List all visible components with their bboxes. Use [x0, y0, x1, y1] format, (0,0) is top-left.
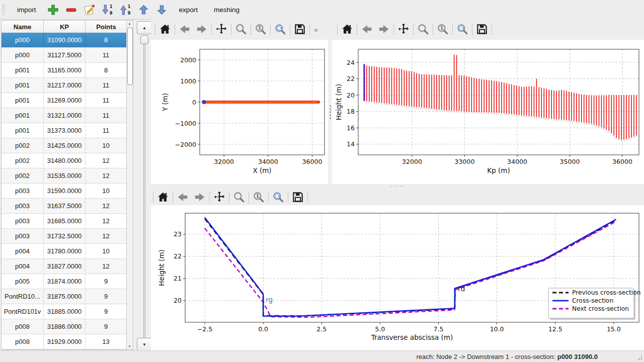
cell-kp[interactable]: 31874.0000 [44, 274, 86, 289]
table-row[interactable]: p00131321.000011 [2, 108, 127, 123]
cell-kp[interactable]: 31885.0000 [44, 304, 86, 319]
cell-points[interactable]: 10 [86, 184, 127, 198]
cell-kp[interactable]: 31732.5000 [44, 229, 86, 243]
cell-name[interactable]: p005 [2, 274, 44, 289]
cell-points[interactable]: 13 [86, 334, 127, 349]
table-row[interactable]: p00831886.00009 [2, 319, 127, 334]
table-row[interactable]: p00331590.000010 [2, 184, 127, 199]
add-button[interactable] [46, 2, 61, 17]
back-button[interactable] [176, 21, 193, 37]
plan-view-figure[interactable]: 320003400036000−2000−1000010002000X (m)Y… [151, 40, 328, 184]
save-button[interactable] [473, 21, 491, 37]
home-button[interactable] [339, 21, 356, 37]
move-down-button[interactable] [154, 2, 170, 17]
sort-descending-button[interactable]: 19 [100, 2, 115, 17]
import-button[interactable]: import [12, 4, 41, 16]
cell-points[interactable]: 11 [86, 78, 127, 93]
save-button[interactable] [289, 189, 306, 205]
column-header-name[interactable]: Name [2, 21, 44, 33]
home-button[interactable] [154, 189, 172, 205]
table-row[interactable]: p00031090.00008 [2, 33, 127, 48]
scrollbar-thumb[interactable] [127, 28, 133, 85]
cell-name[interactable]: p000 [2, 48, 44, 62]
slider-up-button[interactable]: ▲ [137, 21, 152, 34]
cross-section-canvas[interactable]: −2.50.02.55.07.510.012.515.020212223Tran… [151, 205, 644, 350]
zoom-button[interactable] [230, 189, 248, 205]
forward-button[interactable] [193, 21, 210, 37]
cell-points[interactable]: 9 [86, 304, 127, 319]
toolbar-overflow-button[interactable]: » [311, 25, 321, 34]
cell-kp[interactable]: 31321.0000 [44, 108, 86, 123]
cell-name[interactable]: PontRD10... [2, 289, 44, 304]
table-row[interactable]: p00031127.500011 [2, 48, 127, 63]
zoom-original-button[interactable]: 1 [250, 189, 267, 205]
edit-button[interactable] [82, 2, 97, 17]
cell-name[interactable]: p001 [2, 63, 44, 77]
export-button[interactable]: export [174, 4, 203, 16]
scroll-up-icon[interactable]: ▲ [127, 21, 132, 27]
horizontal-splitter[interactable] [151, 184, 644, 188]
cell-kp[interactable]: 31535.0000 [44, 168, 86, 183]
slider-handle[interactable] [140, 35, 148, 44]
table-row[interactable]: p00331637.500012 [2, 199, 127, 214]
vertical-splitter[interactable] [328, 40, 332, 184]
cell-kp[interactable]: 31590.0000 [44, 184, 86, 198]
table-row[interactable]: p00131217.000011 [2, 78, 127, 93]
cell-kp[interactable]: 31637.5000 [44, 199, 86, 213]
cell-points[interactable]: 8 [86, 33, 127, 47]
cell-name[interactable]: p004 [2, 244, 44, 258]
cell-kp[interactable]: 31127.5000 [44, 48, 86, 62]
table-row[interactable]: p00431780.000010 [2, 244, 127, 259]
slider-groove[interactable] [143, 36, 145, 356]
zoom-selection-button[interactable] [272, 21, 289, 37]
slider-down-button[interactable]: ▼ [137, 338, 152, 351]
zoom-original-button[interactable]: 1 [434, 21, 451, 37]
zoom-original-button[interactable]: 1 [252, 21, 269, 37]
move-up-button[interactable] [136, 2, 151, 17]
cell-points[interactable]: 12 [86, 153, 127, 168]
cell-points[interactable]: 10 [86, 244, 127, 258]
sort-ascending-button[interactable]: 19 [118, 2, 133, 17]
scroll-down-icon[interactable]: ▼ [127, 343, 132, 349]
cell-points[interactable]: 12 [86, 199, 127, 213]
table-row[interactable]: p00531874.00009 [2, 274, 127, 289]
cell-points[interactable]: 11 [86, 123, 127, 138]
cross-section-figure[interactable]: −2.50.02.55.07.510.012.515.020212223Tran… [151, 205, 644, 350]
table-row[interactable]: p00331685.000012 [2, 214, 127, 229]
column-header-kp[interactable]: KP [44, 21, 86, 33]
zoom-selection-button[interactable] [270, 189, 287, 205]
cell-points[interactable]: 9 [86, 289, 127, 304]
cell-points[interactable]: 12 [86, 259, 127, 274]
cell-points[interactable]: 10 [86, 138, 127, 153]
cell-points[interactable]: 12 [86, 214, 127, 228]
cell-name[interactable]: p003 [2, 229, 44, 243]
cell-points[interactable]: 8 [86, 63, 127, 77]
zoom-button[interactable] [232, 21, 250, 37]
home-button[interactable] [156, 21, 174, 37]
cell-name[interactable]: p002 [2, 168, 44, 183]
table-row[interactable]: p00431827.000012 [2, 259, 127, 274]
cell-kp[interactable]: 31827.0000 [44, 259, 86, 274]
cell-name[interactable]: p001 [2, 123, 44, 138]
save-button[interactable] [291, 21, 308, 37]
cell-kp[interactable]: 31425.0000 [44, 138, 86, 153]
column-header-points[interactable]: Points [86, 21, 127, 33]
meshing-button[interactable]: meshing [209, 4, 245, 16]
cell-name[interactable]: p000 [2, 33, 44, 47]
cell-kp[interactable]: 31373.0000 [44, 123, 86, 138]
table-row[interactable]: p00331732.500012 [2, 229, 127, 244]
pan-button[interactable] [213, 21, 230, 37]
longitudinal-profile-canvas[interactable]: 3200033000340003500036000141618202224Kp … [332, 40, 644, 184]
table-row[interactable]: p00131269.000011 [2, 93, 127, 108]
cell-kp[interactable]: 31217.0000 [44, 78, 86, 93]
cell-kp[interactable]: 31886.0000 [44, 319, 86, 334]
cell-name[interactable]: p008 [2, 334, 44, 349]
table-row[interactable]: p00131165.00008 [2, 63, 127, 78]
cell-name[interactable]: p001 [2, 78, 44, 93]
cell-name[interactable]: p003 [2, 199, 44, 213]
cell-name[interactable]: p002 [2, 138, 44, 153]
cell-kp[interactable]: 31165.0000 [44, 63, 86, 77]
table-row[interactable]: p00831929.000013 [2, 334, 127, 349]
pan-button[interactable] [211, 189, 228, 205]
pan-button[interactable] [395, 21, 412, 37]
